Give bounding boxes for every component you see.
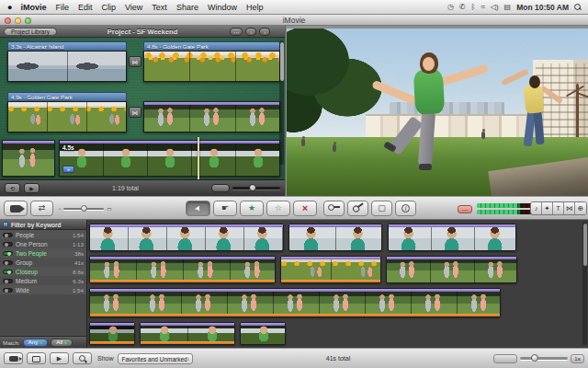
project-play-button[interactable]: ▶ bbox=[24, 183, 40, 193]
event-clip-strip[interactable] bbox=[89, 256, 276, 283]
menu-help[interactable]: Help bbox=[246, 3, 264, 12]
event-clip-strip[interactable] bbox=[89, 224, 284, 251]
keyword-row-one-person[interactable]: One Person1:13 bbox=[0, 239, 86, 248]
menu-view[interactable]: View bbox=[125, 3, 142, 12]
event-zoom-button[interactable] bbox=[493, 354, 517, 363]
keyword-toggle[interactable] bbox=[3, 270, 13, 274]
keyword-tool-button[interactable] bbox=[323, 201, 345, 216]
project-clip[interactable]: 4.9s - Golden Gate Park bbox=[7, 92, 127, 132]
titles-browser-button[interactable]: T bbox=[553, 202, 564, 214]
audio-skim-button[interactable]: ‒‒ bbox=[458, 205, 472, 213]
transition-icon[interactable]: ⋈ bbox=[129, 107, 141, 118]
spotlight-icon[interactable] bbox=[574, 4, 581, 10]
match-any-button[interactable]: Any bbox=[23, 339, 49, 347]
video-preview[interactable] bbox=[287, 29, 588, 196]
thumbnail-size-slider[interactable] bbox=[63, 208, 104, 210]
camera-import-button[interactable] bbox=[4, 201, 28, 216]
slider-thumb[interactable] bbox=[531, 354, 538, 362]
music-browser-button[interactable]: ♪ bbox=[531, 202, 542, 214]
bluetooth-icon[interactable]: ᛒ bbox=[471, 3, 476, 11]
fullscreen-playback-button[interactable] bbox=[27, 352, 46, 364]
orange-dot-icon: ● bbox=[263, 29, 266, 35]
slider-thumb[interactable] bbox=[81, 205, 87, 212]
volume-icon[interactable]: ◁) bbox=[491, 3, 499, 11]
project-clip[interactable]: 4.5s» bbox=[59, 140, 280, 177]
slider-thumb[interactable] bbox=[249, 184, 256, 191]
hand-tool-button[interactable]: ☛ bbox=[213, 201, 237, 216]
updown-arrow-icon: ↕ bbox=[187, 354, 190, 364]
unmark-star-button[interactable]: ☆ bbox=[266, 201, 290, 216]
event-clip-strip[interactable] bbox=[140, 322, 235, 345]
project-marker-button-1[interactable]: ● bbox=[245, 28, 256, 36]
menu-clock[interactable]: Mon 10:50 AM bbox=[516, 3, 569, 12]
transition-icon[interactable]: ⋈ bbox=[129, 56, 141, 67]
play-event-button[interactable]: ▶ bbox=[50, 352, 69, 364]
event-zoom-controls: 1s bbox=[493, 354, 584, 363]
event-clip-strip[interactable] bbox=[240, 322, 286, 345]
crop-button[interactable]: ▢ bbox=[371, 201, 392, 216]
keyword-toggle[interactable] bbox=[3, 260, 13, 265]
keyword-mark bbox=[289, 224, 381, 227]
keyword-toggle[interactable] bbox=[3, 233, 13, 237]
favorite-star-button[interactable]: ★ bbox=[240, 201, 264, 216]
project-marker-button-2[interactable]: ● bbox=[259, 28, 270, 36]
apple-menu-icon[interactable]: ● bbox=[7, 3, 12, 12]
keyword-row-group[interactable]: Group41s bbox=[0, 258, 86, 267]
event-clip-strip[interactable] bbox=[89, 322, 135, 345]
distant-person bbox=[301, 139, 305, 146]
clock-icon[interactable]: ◷ bbox=[447, 3, 454, 11]
keyword-row-wide[interactable]: Wide1:54 bbox=[0, 285, 86, 294]
event-scrollbar[interactable] bbox=[582, 222, 587, 345]
project-clip[interactable] bbox=[2, 140, 55, 177]
menu-share[interactable]: Share bbox=[176, 3, 198, 12]
swap-events-projects-button[interactable]: ⇄ bbox=[30, 201, 53, 216]
select-tool-button[interactable]: ➤ bbox=[186, 201, 210, 216]
keyword-panel-filler bbox=[0, 294, 86, 336]
show-filter-dropdown[interactable]: Favorites and Unmarked↕ bbox=[118, 353, 193, 364]
menu-text[interactable]: Text bbox=[152, 3, 167, 12]
keyword-row-closeup[interactable]: Closeup8.6s bbox=[0, 267, 86, 276]
keyword-row-people[interactable]: People1:54 bbox=[0, 230, 86, 239]
project-clip[interactable]: 4.8s - Golden Gate Park bbox=[143, 41, 280, 82]
event-clip-strip[interactable] bbox=[386, 256, 517, 283]
project-header-buttons: ⋯ ● ● bbox=[230, 28, 270, 36]
menu-file[interactable]: File bbox=[55, 3, 69, 12]
maps-browser-button[interactable]: ⊕ bbox=[575, 202, 586, 214]
keyword-toggle[interactable] bbox=[3, 279, 13, 283]
match-all-button[interactable]: All bbox=[51, 339, 73, 347]
wifi-icon[interactable]: ≈ bbox=[481, 3, 484, 11]
project-menu-button[interactable]: ⋯ bbox=[230, 28, 243, 36]
keyword-row-medium[interactable]: Medium6.3s bbox=[0, 276, 86, 285]
keyword-toggle[interactable] bbox=[3, 251, 13, 256]
displays-icon[interactable]: ▤ bbox=[504, 3, 512, 11]
open-camera-import-button[interactable] bbox=[4, 352, 23, 364]
transitions-browser-button[interactable]: ⋈ bbox=[564, 202, 575, 214]
project-zoom-button[interactable] bbox=[211, 184, 230, 192]
project-loop-button[interactable]: ⟲ bbox=[5, 183, 20, 193]
keyword-panel-icon[interactable] bbox=[3, 222, 8, 227]
chat-icon[interactable]: ✆ bbox=[459, 3, 466, 11]
keyword-toggle[interactable] bbox=[3, 288, 13, 293]
magnify-button[interactable] bbox=[73, 352, 92, 364]
menu-window[interactable]: Window bbox=[208, 3, 237, 12]
event-clip-strip[interactable] bbox=[89, 288, 501, 317]
auto-keyword-button[interactable] bbox=[347, 201, 368, 216]
event-zoom-slider[interactable] bbox=[520, 357, 568, 360]
project-clip[interactable]: 3.3s - Alcatraz Island bbox=[7, 41, 127, 82]
menu-imovie[interactable]: iMovie bbox=[20, 3, 46, 12]
speed-badge-icon[interactable]: » bbox=[62, 166, 74, 173]
event-clip-strip[interactable] bbox=[280, 256, 381, 283]
project-scrollbar[interactable] bbox=[279, 40, 284, 165]
event-clip-strip[interactable] bbox=[388, 224, 516, 251]
inspector-info-button[interactable]: i bbox=[395, 201, 416, 216]
keyword-row-two-people[interactable]: Two People38s bbox=[0, 248, 86, 258]
keyword-filter-panel: Filter by Keyword People1:54One Person1:… bbox=[0, 220, 87, 348]
photos-browser-button[interactable]: ✦ bbox=[542, 202, 553, 214]
menu-clip[interactable]: Clip bbox=[101, 3, 116, 12]
menu-edit[interactable]: Edit bbox=[78, 3, 93, 12]
keyword-toggle[interactable] bbox=[3, 242, 13, 247]
reject-button[interactable]: × bbox=[293, 201, 317, 216]
project-zoom-slider[interactable] bbox=[232, 187, 280, 190]
event-clip-strip[interactable] bbox=[288, 224, 382, 251]
project-clip[interactable] bbox=[143, 101, 280, 132]
